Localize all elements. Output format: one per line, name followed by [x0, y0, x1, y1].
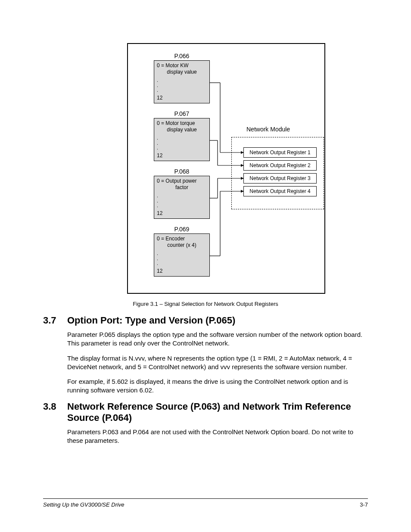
register-3: Network Output Register 3	[243, 173, 317, 184]
param-line: 0 = Motor KW	[157, 62, 207, 69]
param-end: 12	[157, 268, 162, 274]
heading-3-8: 3.8 Network Reference Source (P.063) and…	[43, 401, 368, 423]
ellipsis: ...	[157, 136, 158, 151]
paragraph: The display format is N.vvv, where N rep…	[67, 354, 368, 372]
param-end: 12	[157, 152, 162, 159]
param-block-p068: P.068 0 = Output power factor ... 12	[154, 168, 210, 219]
param-line: display value	[157, 127, 207, 133]
param-line: counter (x 4)	[157, 242, 207, 249]
param-block-p069: P.069 0 = Encoder counter (x 4) ... 12	[154, 226, 210, 277]
figure-frame: P.066 0 = Motor KW display value ... 12 …	[127, 43, 325, 294]
param-title: P.068	[154, 168, 210, 175]
param-line: 0 = Motor torque	[157, 120, 207, 127]
paragraph: For example, if 5.602 is displayed, it m…	[67, 377, 368, 395]
register-4: Network Output Register 4	[243, 186, 317, 196]
param-title: P.069	[154, 226, 210, 233]
paragraph: Parameter P.065 displays the option type…	[67, 330, 368, 348]
diagram-canvas: P.066 0 = Motor KW display value ... 12 …	[128, 53, 324, 285]
heading-3-7: 3.7 Option Port: Type and Version (P.065…	[43, 315, 368, 326]
ellipsis: ...	[157, 193, 158, 208]
heading-title: Option Port: Type and Version (P.065)	[67, 315, 235, 326]
heading-number: 3.8	[43, 401, 67, 423]
heading-number: 3.7	[43, 315, 67, 326]
param-line: display value	[157, 69, 207, 75]
footer-pagenum: 3-7	[360, 501, 368, 508]
param-line: factor	[157, 184, 207, 191]
param-box: 0 = Motor torque display value ... 12	[154, 118, 210, 161]
figure-caption: Figure 3.1 – Signal Selection for Networ…	[43, 301, 368, 307]
param-block-p067: P.067 0 = Motor torque display value ...…	[154, 110, 210, 161]
ellipsis: ...	[157, 78, 158, 93]
param-title: P.067	[154, 110, 210, 117]
page-footer: Setting Up the GV3000/SE Drive 3-7	[43, 498, 368, 508]
param-line: 0 = Output power	[157, 178, 207, 184]
register-1: Network Output Register 1	[243, 147, 317, 158]
network-module-title: Network Module	[246, 126, 290, 133]
heading-title: Network Reference Source (P.063) and Net…	[67, 401, 368, 423]
param-box: 0 = Output power factor ... 12	[154, 176, 210, 219]
param-block-p066: P.066 0 = Motor KW display value ... 12	[154, 53, 210, 103]
param-box: 0 = Motor KW display value ... 12	[154, 60, 210, 103]
param-box: 0 = Encoder counter (x 4) ... 12	[154, 233, 210, 277]
footer-left: Setting Up the GV3000/SE Drive	[43, 501, 125, 508]
param-line: 0 = Encoder	[157, 236, 207, 242]
paragraph: Parameters P.063 and P.064 are not used …	[67, 428, 368, 445]
param-title: P.066	[154, 53, 210, 59]
register-2: Network Output Register 2	[243, 160, 317, 171]
ellipsis: ...	[157, 251, 158, 266]
param-end: 12	[157, 95, 162, 101]
param-end: 12	[157, 210, 162, 217]
